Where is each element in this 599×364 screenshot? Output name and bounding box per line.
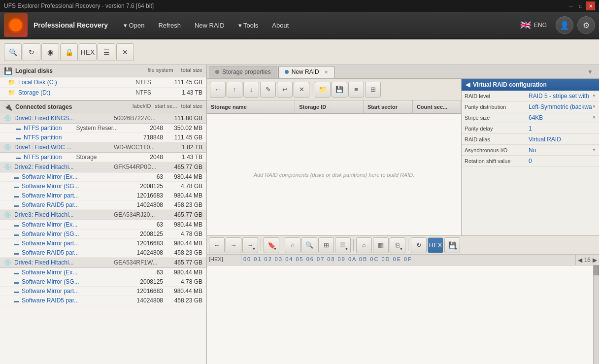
toolbar-close-btn[interactable]: ✕: [116, 43, 134, 61]
menu-refresh[interactable]: Refresh: [152, 15, 187, 35]
drive-4-part-1[interactable]: ▬ Software Mirror (SG... 2008125 4.78 GB: [0, 277, 206, 287]
toolbar-hex-btn[interactable]: HEX: [79, 43, 97, 61]
drive-0-part-0[interactable]: ▬ NTFS partition System Reser... 2048 35…: [0, 124, 206, 133]
hex-table-btn[interactable]: ▦: [373, 237, 389, 253]
ct-down-btn[interactable]: ↓: [243, 82, 259, 98]
ct-back-btn[interactable]: ←: [210, 82, 226, 98]
toolbar-refresh-btn[interactable]: ↻: [23, 43, 40, 61]
cs-size-3-1: 4.78 GB: [163, 231, 202, 237]
disk-item-d[interactable]: 📁 Storage (D:) NTFS 1.43 TB: [0, 88, 206, 98]
menu-new-raid[interactable]: New RAID: [189, 15, 231, 35]
disk-item-c[interactable]: 📁 Local Disk (C:) NTFS 111.45 GB: [0, 77, 206, 88]
settings-button[interactable]: ⚙: [577, 16, 595, 34]
raid-value-alias[interactable]: Virtual RAID: [526, 134, 599, 144]
ct-export-btn[interactable]: ⊞: [365, 82, 381, 98]
hex-fwd-btn[interactable]: →: [226, 237, 241, 253]
raid-label-async: Asynchronous I/O: [462, 146, 526, 155]
cs-size-4-3: 458.23 GB: [163, 297, 202, 304]
raid-value-stripe[interactable]: 64KB ▼: [526, 113, 599, 123]
hex-home-btn[interactable]: ⌂: [285, 237, 300, 253]
drive-3-part-2[interactable]: ▬ Software Mirror part... 12016683 980.4…: [0, 239, 206, 248]
drive-4-part-3[interactable]: ▬ Software RAID5 par... 14024808 458.23 …: [0, 296, 206, 305]
toolbar-lock-btn[interactable]: 🔒: [60, 43, 78, 61]
partition-icon-0-1: ▬: [16, 135, 21, 140]
drive-2-part-2[interactable]: ▬ Software Mirror part... 12016683 980.4…: [0, 191, 206, 200]
raid-panel-header: ◀ Virtual RAID configuration: [462, 79, 599, 91]
hex-search2-btn[interactable]: ⌕: [356, 237, 372, 253]
tab-dot-storage: [215, 70, 219, 74]
drive-2-part-3[interactable]: ▬ Software RAID5 par... 14024808 458.23 …: [0, 200, 206, 210]
ct-save-btn[interactable]: 💾: [332, 82, 347, 98]
menu-open[interactable]: ▾ Open: [118, 15, 150, 35]
raid-row-parity-delay: Parity delay 1: [462, 123, 599, 134]
raid-level-dropdown[interactable]: ▼: [592, 94, 596, 98]
drive-3-header[interactable]: 💿 Drive3: Fixed Hitachi... GEA534RJ20...…: [0, 210, 206, 220]
raid-panel-collapse-icon[interactable]: ◀: [466, 81, 470, 88]
hex-content-area: [207, 265, 599, 364]
close-button[interactable]: ✕: [586, 1, 595, 10]
hex-scrollbar[interactable]: [593, 265, 599, 364]
hex-hex-btn[interactable]: HEX: [428, 237, 443, 253]
drive-3-part-1[interactable]: ▬ Software Mirror (SG... 2008125 4.78 GB: [0, 230, 206, 239]
hex-label-col: [HEX]: [207, 255, 241, 265]
menu-about[interactable]: About: [266, 15, 295, 35]
part-start-0-1: 718848: [129, 134, 163, 141]
hex-bookmark-btn[interactable]: 🔖▼: [264, 237, 279, 253]
ct-up-btn[interactable]: ↑: [227, 82, 242, 98]
hex-fwd2-btn[interactable]: →▼: [242, 237, 258, 253]
raid-stripe-dropdown[interactable]: ▼: [592, 115, 596, 120]
ct-layers-btn[interactable]: ≡: [348, 82, 364, 98]
drive-4-header[interactable]: 💿 Drive4: Fixed Hitachi... GEA534RF1W...…: [0, 258, 206, 268]
hex-refresh-btn[interactable]: ↻: [411, 237, 427, 253]
language-selector[interactable]: 🇬🇧 ENG: [515, 17, 552, 33]
tab-close-new-raid[interactable]: ✕: [324, 69, 328, 75]
tab-new-raid[interactable]: New RAID ✕: [278, 66, 334, 78]
hex-back-btn[interactable]: ←: [209, 237, 225, 253]
toolbar-search-btn[interactable]: 🔍: [4, 43, 22, 61]
cs-icon-3-0: ▬: [14, 222, 19, 228]
hex-scrollbar-thumb[interactable]: [594, 265, 599, 275]
app-logo: [4, 13, 28, 37]
disk-size-d: 1.43 TB: [163, 89, 202, 96]
drive-0-part-1[interactable]: ▬ NTFS partition 718848 111.45 GB: [0, 133, 206, 142]
ct-sep-1: [312, 84, 312, 96]
drive-1-icon: 💿: [4, 144, 11, 151]
hex-nav-right[interactable]: ▶: [593, 257, 597, 264]
drive-2-part-0[interactable]: ▬ Software Mirror (Ex... 63 980.44 MB: [0, 172, 206, 182]
toolbar-list-btn[interactable]: ☰: [98, 43, 115, 61]
drive-4-part-2[interactable]: ▬ Software Mirror part... 12016683 980.4…: [0, 287, 206, 296]
drive-1-header[interactable]: 💿 Drive1: Fixed WDC ... WD-WCC1T0... 1.8…: [0, 142, 206, 153]
drive-3-name: Drive3: Fixed Hitachi...: [14, 211, 114, 218]
tab-storage-properties[interactable]: Storage properties: [209, 66, 277, 78]
hex-grid-btn[interactable]: ⊞: [318, 237, 334, 253]
drive-2-part-1[interactable]: ▬ Software Mirror (SG... 2008125 4.78 GB: [0, 182, 206, 191]
content-toolbar: ← ↑ ↓ ✎ ↩ ✕ 📁 💾 ≡ ⊞: [207, 79, 461, 100]
minimize-button[interactable]: ─: [566, 1, 575, 10]
drive-0-header[interactable]: 💿 Drive0: Fixed KINGS... 50026B72270... …: [0, 113, 206, 124]
ct-undo-btn[interactable]: ↩: [277, 82, 293, 98]
user-button[interactable]: 👤: [556, 16, 573, 34]
hex-copy-btn[interactable]: ⎘▼: [390, 237, 405, 253]
raid-value-parity-dist[interactable]: Left-Symmetric (backwa ▼: [526, 102, 599, 112]
menu-tools[interactable]: ▾ Tools: [233, 15, 265, 35]
drive-1-part-0[interactable]: ▬ NTFS partition Storage 2048 1.43 TB: [0, 153, 206, 162]
raid-panel-title: Virtual RAID configuration: [473, 81, 547, 88]
raid-value-async[interactable]: No ▼: [526, 145, 599, 155]
drive-2-header[interactable]: 💿 Drive2: Fixed Hitachi... GFK544RP0D...…: [0, 162, 206, 172]
ct-remove-btn[interactable]: ✕: [294, 82, 309, 98]
hex-search-btn[interactable]: 🔍: [301, 237, 317, 253]
drive-3-part-0[interactable]: ▬ Software Mirror (Ex... 63 980.44 MB: [0, 220, 206, 230]
maximize-button[interactable]: □: [576, 1, 585, 10]
ct-edit-btn[interactable]: ✎: [260, 82, 276, 98]
raid-async-dropdown[interactable]: ▼: [592, 148, 596, 152]
toolbar-scan-btn[interactable]: ◉: [41, 43, 59, 61]
drive-3-part-3[interactable]: ▬ Software RAID5 par... 14024808 458.23 …: [0, 248, 206, 258]
raid-value-level[interactable]: RAID 5 - stripe set with ▼: [526, 91, 599, 101]
hex-save-btn[interactable]: 💾▼: [444, 237, 460, 253]
hex-list-btn[interactable]: ☰▼: [335, 237, 351, 253]
raid-parity-dist-dropdown[interactable]: ▼: [592, 104, 596, 109]
ct-folder-btn[interactable]: 📁: [315, 82, 331, 98]
raid-row-async: Asynchronous I/O No ▼: [462, 145, 599, 156]
drive-4-part-0[interactable]: ▬ Software Mirror (Ex... 63 980.44 MB: [0, 268, 206, 277]
hex-nav-left[interactable]: ◀: [578, 257, 582, 264]
